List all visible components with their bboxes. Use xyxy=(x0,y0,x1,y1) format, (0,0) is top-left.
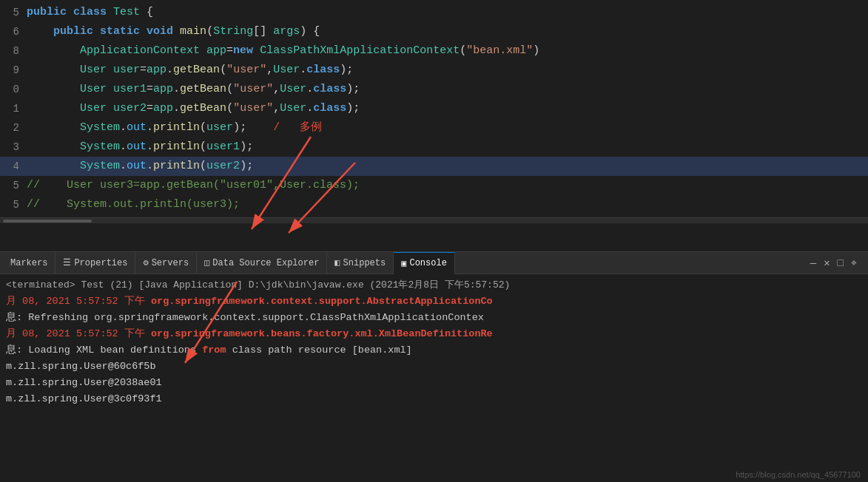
tab-data-source[interactable]: ◫ Data Source Explorer xyxy=(197,252,327,274)
datasource-icon: ◫ xyxy=(204,257,209,268)
code-line-1: 1 User user2=app.getBean("user",User.cla… xyxy=(0,99,868,118)
properties-label: Properties xyxy=(74,258,127,268)
console-icon: ▣ xyxy=(401,258,406,269)
minimize-icon[interactable]: — xyxy=(808,256,818,271)
console-log4: 息: Loading XML bean definitions from cla… xyxy=(6,342,862,359)
code-line-3: 3 System.out.println(user1); xyxy=(0,138,868,157)
console-out3: m.zll.spring.User@3c0f93f1 xyxy=(6,391,862,407)
snippets-label: Snippets xyxy=(343,258,386,268)
code-line-9: 9 User user=app.getBean("user",User.clas… xyxy=(0,61,868,80)
code-editor: 5 public class Test { 6 public static vo… xyxy=(0,0,868,251)
tab-console[interactable]: ▣ Console xyxy=(394,252,455,274)
snippets-icon: ◧ xyxy=(334,257,340,268)
code-line-4: 4 System.out.println(user2); xyxy=(0,157,868,176)
console-out1: m.zll.spring.User@60c6f5b xyxy=(6,359,862,375)
code-line-6: 6 public static void main(String[] args)… xyxy=(0,22,868,41)
tab-bar-right: — ✕ □ ⌖ xyxy=(808,255,865,271)
tab-bar: Markers ☰ Properties ⚙ Servers ◫ Data So… xyxy=(0,252,868,274)
scrollbar-thumb[interactable] xyxy=(3,220,92,223)
bottom-panel: Markers ☰ Properties ⚙ Servers ◫ Data So… xyxy=(0,251,868,482)
console-area: <terminated> Test (21) [Java Application… xyxy=(0,274,868,482)
console-out2: m.zll.spring.User@2038ae01 xyxy=(6,375,862,391)
console-term-line: <terminated> Test (21) [Java Application… xyxy=(6,277,862,293)
code-line-0a: 0 User user1=app.getBean("user",User.cla… xyxy=(0,80,868,99)
code-line-5c: 5 // System.out.println(user3); xyxy=(0,195,868,214)
markers-label: Markers xyxy=(10,258,47,268)
datasource-label: Data Source Explorer xyxy=(212,258,319,268)
close-icon[interactable]: ✕ xyxy=(821,255,832,271)
tab-properties[interactable]: ☰ Properties xyxy=(55,252,135,274)
servers-icon: ⚙ xyxy=(143,257,148,268)
servers-label: Servers xyxy=(152,258,189,268)
code-line-8: 8 ApplicationContext app=new ClassPathXm… xyxy=(0,41,868,61)
watermark: https://blog.csdn.net/qq_45677100 xyxy=(736,470,861,479)
tab-markers[interactable]: Markers xyxy=(3,252,55,274)
tab-servers[interactable]: ⚙ Servers xyxy=(135,252,197,274)
console-label: Console xyxy=(409,258,446,268)
properties-icon: ☰ xyxy=(63,257,71,268)
code-line-5b: 5 // User user3=app.getBean("user01",Use… xyxy=(0,176,868,195)
console-log1: 月 08, 2021 5:57:52 下午 org.springframewor… xyxy=(6,293,862,310)
code-line-2: 2 System.out.println(user); / 多例 xyxy=(0,118,868,138)
pin-icon[interactable]: ⌖ xyxy=(849,256,859,271)
code-lines: 5 public class Test { 6 public static vo… xyxy=(0,0,868,217)
maximize-icon[interactable]: □ xyxy=(835,256,846,271)
code-line-5: 5 public class Test { xyxy=(0,3,868,22)
horizontal-scrollbar[interactable] xyxy=(0,217,868,223)
tab-snippets[interactable]: ◧ Snippets xyxy=(327,252,394,274)
console-log2: 息: Refreshing org.springframework.contex… xyxy=(6,310,862,326)
console-log3: 月 08, 2021 5:57:52 下午 org.springframewor… xyxy=(6,326,862,342)
